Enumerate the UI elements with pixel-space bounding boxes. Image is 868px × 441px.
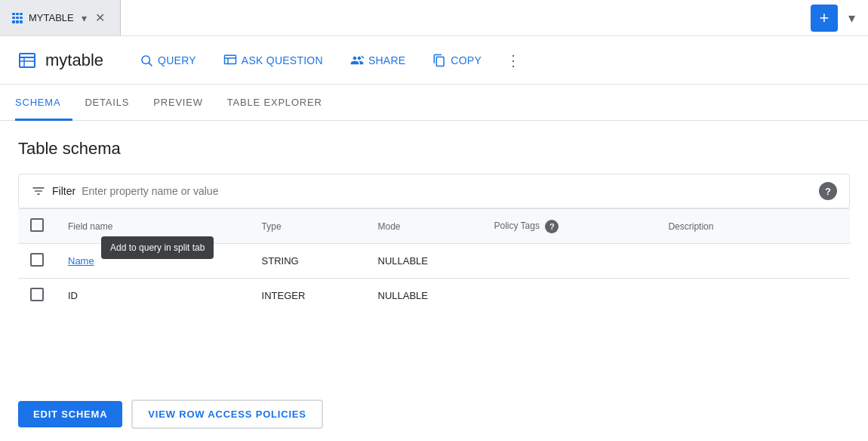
tab-dropdown-arrow[interactable]: ▾ <box>82 12 87 24</box>
copy-label: COPY <box>451 54 482 66</box>
row2-checkbox-cell <box>18 279 56 313</box>
page-tabs: SCHEMA DETAILS PREVIEW TABLE EXPLORER <box>0 85 868 121</box>
col-header-field-name: Field name <box>56 209 250 244</box>
share-button[interactable]: SHARE <box>338 48 417 73</box>
row1-field-name-cell: Name Add to query in split tab <box>56 244 250 279</box>
tab-bar-right: + ▾ <box>811 5 868 32</box>
policy-tags-help-icon[interactable]: ? <box>545 220 559 233</box>
more-options-button[interactable]: ⋮ <box>500 47 527 74</box>
row1-checkbox[interactable] <box>30 253 44 267</box>
new-tab-button[interactable]: + <box>811 5 838 32</box>
table-row: Name Add to query in split tab STRING NU… <box>18 244 850 279</box>
edit-schema-button[interactable]: EDIT SCHEMA <box>18 401 122 427</box>
col-header-type: Type <box>250 209 366 244</box>
filter-label: Filter <box>52 185 75 197</box>
filter-bar: Filter ? <box>18 174 850 208</box>
section-title: Table schema <box>18 139 850 159</box>
row1-policy-cell <box>482 244 656 279</box>
filter-icon <box>31 183 46 199</box>
col-header-description: Description <box>656 209 850 244</box>
svg-rect-0 <box>20 54 35 67</box>
row2-desc-cell <box>656 279 850 313</box>
active-tab[interactable]: MYTABLE ▾ ✕ <box>0 0 121 35</box>
view-row-access-button[interactable]: VIEW ROW ACCESS POLICIES <box>131 399 322 429</box>
tab-table-explorer[interactable]: TABLE EXPLORER <box>215 85 334 121</box>
schema-table-wrap: Field name Type Mode Policy Tags ? Descr… <box>18 208 850 313</box>
row2-type-cell: INTEGER <box>250 279 366 313</box>
copy-button[interactable]: COPY <box>420 48 494 73</box>
tab-schema[interactable]: SCHEMA <box>15 85 72 121</box>
ask-question-button[interactable]: ASK QUESTION <box>211 48 335 73</box>
query-label: QUERY <box>158 54 196 66</box>
filter-input[interactable] <box>82 185 813 197</box>
ask-question-label: ASK QUESTION <box>242 54 323 66</box>
svg-rect-6 <box>224 55 235 63</box>
row2-field-name-cell: ID <box>56 279 250 313</box>
row1-field-name-link[interactable]: Name <box>68 255 94 267</box>
svg-point-4 <box>142 56 150 64</box>
bottom-actions: EDIT SCHEMA VIEW ROW ACCESS POLICIES <box>0 387 868 441</box>
row1-type-cell: STRING <box>250 244 366 279</box>
grid-icon <box>12 13 23 23</box>
row2-mode-cell: NULLABLE <box>366 279 482 313</box>
filter-help-icon[interactable]: ? <box>819 182 837 200</box>
row1-desc-cell <box>656 244 850 279</box>
row1-checkbox-cell <box>18 244 56 279</box>
table-name-label: mytable <box>45 51 103 70</box>
row1-mode-cell: NULLABLE <box>366 244 482 279</box>
tab-bar: MYTABLE ▾ ✕ + ▾ <box>0 0 868 36</box>
col-header-policy-tags: Policy Tags ? <box>482 209 656 244</box>
more-tabs-button[interactable]: ▾ <box>841 8 862 29</box>
main-layout: MYTABLE ▾ ✕ + ▾ mytable <box>0 0 868 441</box>
table-icon <box>15 48 39 72</box>
toolbar-actions: QUERY ASK QUESTION SHARE <box>128 48 494 73</box>
schema-table: Field name Type Mode Policy Tags ? Descr… <box>18 208 850 313</box>
tab-close-button[interactable]: ✕ <box>93 11 108 26</box>
col-header-checkbox <box>18 209 56 244</box>
share-label: SHARE <box>368 54 405 66</box>
tab-label: MYTABLE <box>29 12 74 23</box>
tab-preview[interactable]: PREVIEW <box>141 85 215 121</box>
svg-line-5 <box>149 63 152 66</box>
row2-policy-cell <box>482 279 656 313</box>
toolbar: mytable QUERY ASK QUESTION <box>0 36 868 85</box>
table-header-row: Field name Type Mode Policy Tags ? Descr… <box>18 209 850 244</box>
row2-checkbox[interactable] <box>30 288 44 301</box>
content-area: Table schema Filter ? Field nam <box>0 121 868 387</box>
col-header-mode: Mode <box>366 209 482 244</box>
tab-details[interactable]: DETAILS <box>72 85 141 121</box>
query-button[interactable]: QUERY <box>128 48 208 73</box>
table-row: ID INTEGER NULLABLE <box>18 279 850 313</box>
select-all-checkbox[interactable] <box>30 218 44 232</box>
